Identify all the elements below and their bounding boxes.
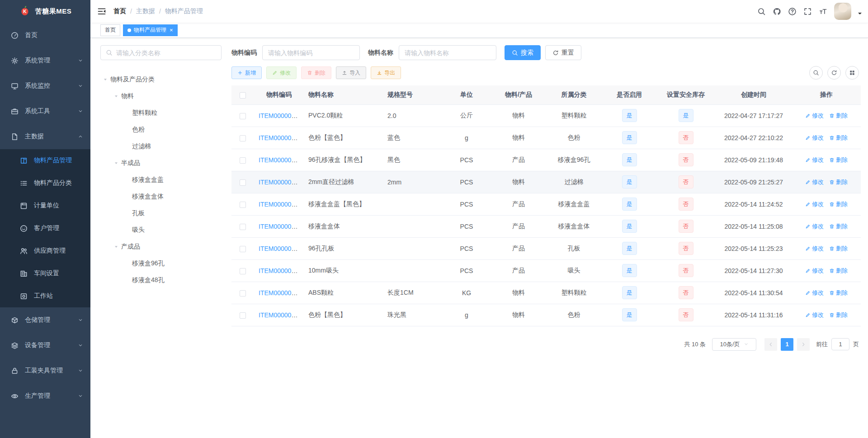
toggle-search-button[interactable] [809,66,823,80]
item-code-link[interactable]: ITEM00000053 [259,245,302,252]
row-checkbox[interactable] [240,179,246,186]
page-size-select[interactable]: 10条/页 [712,338,756,351]
tree-node[interactable]: 色粉 [100,121,222,138]
item-code-link[interactable]: ITEM00000037 [259,112,302,119]
export-button[interactable]: 导出 [371,66,401,79]
row-checkbox[interactable] [240,135,246,141]
select-all-checkbox[interactable] [240,92,246,99]
caret-down-icon[interactable] [111,244,121,250]
row-delete-link[interactable]: 删除 [829,178,848,186]
item-code-link[interactable]: ITEM00000055 [259,289,302,297]
sidebar-item-material-product-category[interactable]: 物料产品分类 [0,172,90,194]
row-edit-link[interactable]: 修改 [805,134,824,142]
edit-button[interactable]: 修改 [266,66,297,79]
tree-node[interactable]: 产成品 [100,238,222,255]
row-delete-link[interactable]: 删除 [829,222,848,231]
close-icon[interactable]: × [170,27,173,33]
row-checkbox[interactable] [240,157,246,164]
tree-node[interactable]: 物料及产品分类 [100,71,222,88]
import-button[interactable]: 导入 [336,66,366,79]
row-delete-link[interactable]: 删除 [829,289,848,297]
material-code-input[interactable] [262,45,360,60]
caret-down-icon[interactable] [858,13,862,16]
item-code-link[interactable]: ITEM00000046 [259,156,302,164]
row-edit-link[interactable]: 修改 [805,112,824,120]
material-name-input[interactable] [399,45,496,60]
sidebar-item-warehouse-management[interactable]: 仓储管理 [0,307,90,333]
page-1-button[interactable]: 1 [781,338,793,351]
row-edit-link[interactable]: 修改 [805,178,824,186]
item-code-link[interactable]: ITEM00000041 [259,134,302,141]
sidebar-item-supplier-management[interactable]: 供应商管理 [0,240,90,262]
sidebar-item-system-monitor[interactable]: 系统监控 [0,73,90,99]
row-delete-link[interactable]: 删除 [829,245,848,253]
sidebar-item-production-management[interactable]: 生产管理 [0,383,90,409]
item-code-link[interactable]: ITEM00000051 [259,201,302,208]
tree-node[interactable]: 吸头 [100,221,222,238]
row-checkbox[interactable] [240,290,246,297]
sidebar-toggle-button[interactable] [97,7,106,16]
prev-page-button[interactable] [764,338,777,351]
row-checkbox[interactable] [240,246,246,252]
sidebar-item-customer-management[interactable]: 客户管理 [0,217,90,240]
row-delete-link[interactable]: 删除 [829,134,848,142]
row-delete-link[interactable]: 删除 [829,200,848,208]
row-delete-link[interactable]: 删除 [829,311,848,319]
tree-node[interactable]: 过滤棉 [100,138,222,155]
sidebar-item-system-tools[interactable]: 系统工具 [0,99,90,124]
user-avatar[interactable] [834,3,851,20]
sidebar-item-master-data[interactable]: 主数据 [0,124,90,149]
github-icon[interactable] [773,7,781,16]
tab-home[interactable]: 首页 [100,24,120,36]
refresh-table-button[interactable] [827,66,841,80]
row-edit-link[interactable]: 修改 [805,267,824,275]
caret-down-icon[interactable] [111,93,121,99]
row-delete-link[interactable]: 删除 [829,112,848,120]
tree-node[interactable]: 移液盒48孔 [100,272,222,288]
next-page-button[interactable] [797,338,810,351]
category-search-input[interactable] [116,49,216,57]
tree-node[interactable]: 移液盒96孔 [100,255,222,272]
sidebar-item-material-product-management[interactable]: 物料产品管理 [0,149,90,172]
item-code-link[interactable]: ITEM00000049 [259,179,302,186]
font-size-icon[interactable] [819,7,827,16]
tree-node[interactable]: 物料 [100,88,222,104]
row-edit-link[interactable]: 修改 [805,222,824,231]
sidebar-item-workshop-settings[interactable]: 车间设置 [0,262,90,285]
row-checkbox[interactable] [240,312,246,319]
sidebar-item-workstation[interactable]: 工作站 [0,285,90,307]
row-edit-link[interactable]: 修改 [805,200,824,208]
delete-button[interactable]: 删除 [301,66,331,79]
breadcrumb-item[interactable]: 首页 [113,7,126,15]
sidebar-item-equipment-management[interactable]: 设备管理 [0,333,90,358]
caret-down-icon[interactable] [100,76,110,83]
app-logo[interactable]: K 苦糖果MES [0,0,90,23]
row-checkbox[interactable] [240,202,246,208]
sidebar-item-system-management[interactable]: 系统管理 [0,48,90,73]
tree-node[interactable]: 塑料颗粒 [100,104,222,121]
search-button[interactable]: 搜索 [505,45,541,60]
row-checkbox[interactable] [240,268,246,274]
sidebar-item-home[interactable]: 首页 [0,23,90,48]
row-checkbox[interactable] [240,113,246,119]
item-code-link[interactable]: ITEM00000056 [259,311,302,319]
add-button[interactable]: 新增 [231,66,262,79]
row-checkbox[interactable] [240,224,246,230]
tree-node[interactable]: 孔板 [100,205,222,221]
row-edit-link[interactable]: 修改 [805,156,824,164]
help-icon[interactable] [788,7,797,16]
header-search-icon[interactable] [757,7,766,16]
tree-node[interactable]: 移液盒盒体 [100,188,222,205]
row-delete-link[interactable]: 删除 [829,156,848,164]
fullscreen-icon[interactable] [803,7,812,16]
item-code-link[interactable]: ITEM00000052 [259,223,302,230]
row-edit-link[interactable]: 修改 [805,289,824,297]
item-code-link[interactable]: ITEM00000054 [259,267,302,274]
row-delete-link[interactable]: 删除 [829,267,848,275]
row-edit-link[interactable]: 修改 [805,245,824,253]
row-edit-link[interactable]: 修改 [805,311,824,319]
caret-down-icon[interactable] [111,160,121,166]
tab-material-product-management[interactable]: 物料产品管理× [123,24,178,36]
goto-page-input[interactable] [831,338,849,350]
sidebar-item-measurement-unit[interactable]: 计量单位 [0,194,90,217]
